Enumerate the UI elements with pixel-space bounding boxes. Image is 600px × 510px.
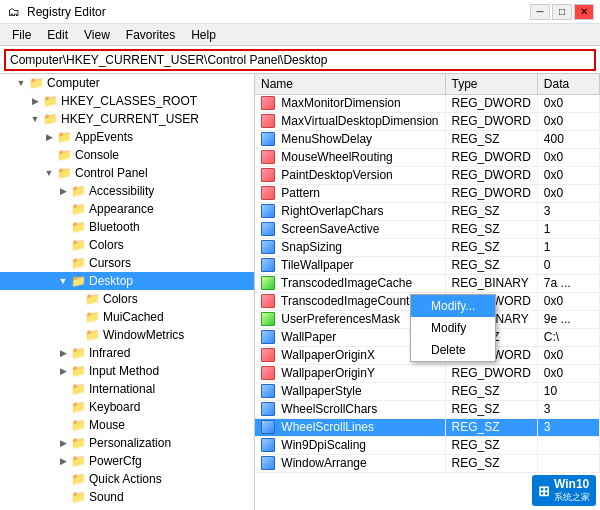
reg-data-cell xyxy=(537,436,599,454)
reg-type-icon xyxy=(261,114,275,128)
tree-node-personalization[interactable]: ▶📁Personalization xyxy=(0,434,254,452)
reg-data-cell: 0x0 xyxy=(537,364,599,382)
menu-view[interactable]: View xyxy=(76,26,118,44)
tree-node-keyboard[interactable]: 📁Keyboard xyxy=(0,398,254,416)
reg-data-cell: 10 xyxy=(537,382,599,400)
expand-icon-appearance xyxy=(56,202,70,216)
tree-node-console[interactable]: 📁Console xyxy=(0,146,254,164)
folder-icon-computer: 📁 xyxy=(28,75,44,91)
table-row[interactable]: RightOverlapCharsREG_SZ3 xyxy=(255,202,600,220)
tree-node-desktop_colors[interactable]: 📁Colors xyxy=(0,290,254,308)
tree-node-windowmetrics[interactable]: 📁WindowMetrics xyxy=(0,326,254,344)
col-data: Data xyxy=(537,74,599,94)
maximize-button[interactable]: □ xyxy=(552,4,572,20)
minimize-button[interactable]: ─ xyxy=(530,4,550,20)
reg-name-cell: WallpaperStyle xyxy=(255,382,445,400)
expand-icon-muicached xyxy=(70,310,84,324)
menu-favorites[interactable]: Favorites xyxy=(118,26,183,44)
tree-node-desktop[interactable]: ▼📁Desktop xyxy=(0,272,254,290)
table-row[interactable]: MouseWheelRoutingREG_DWORD0x0 xyxy=(255,148,600,166)
address-input[interactable] xyxy=(4,49,596,71)
reg-name-text: WallpaperOriginX xyxy=(278,348,375,362)
expand-icon-infrared[interactable]: ▶ xyxy=(56,346,70,360)
table-row[interactable]: SnapSizingREG_SZ1 xyxy=(255,238,600,256)
tree-node-infrared[interactable]: ▶📁Infrared xyxy=(0,344,254,362)
table-row[interactable]: WindowArrangeREG_SZ xyxy=(255,454,600,472)
tree-node-accessibility[interactable]: ▶📁Accessibility xyxy=(0,182,254,200)
tree-node-colors[interactable]: 📁Colors xyxy=(0,236,254,254)
expand-icon-control_panel[interactable]: ▼ xyxy=(42,166,56,180)
expand-icon-appevents[interactable]: ▶ xyxy=(42,130,56,144)
expand-icon-powercfg[interactable]: ▶ xyxy=(56,454,70,468)
tree-node-appevents[interactable]: ▶📁AppEvents xyxy=(0,128,254,146)
reg-name-text: ScreenSaveActive xyxy=(278,222,379,236)
context-menu-item[interactable]: Delete xyxy=(411,339,495,361)
expand-icon-accessibility[interactable]: ▶ xyxy=(56,184,70,198)
reg-type-icon xyxy=(261,186,275,200)
table-row[interactable]: WallpaperOriginYREG_DWORD0x0 xyxy=(255,364,600,382)
tree-node-hkey_classes_root[interactable]: ▶📁HKEY_CLASSES_ROOT xyxy=(0,92,254,110)
expand-icon-hkey_current_user[interactable]: ▼ xyxy=(28,112,42,126)
tree-node-appearance[interactable]: 📁Appearance xyxy=(0,200,254,218)
table-row[interactable]: MaxMonitorDimensionREG_DWORD0x0 xyxy=(255,94,600,112)
expand-icon-desktop_colors xyxy=(70,292,84,306)
table-row[interactable]: MenuShowDelayREG_SZ400 xyxy=(255,130,600,148)
folder-icon-colors: 📁 xyxy=(70,237,86,253)
menu-help[interactable]: Help xyxy=(183,26,224,44)
tree-node-quick_actions[interactable]: 📁Quick Actions xyxy=(0,470,254,488)
reg-name-text: WallPaper xyxy=(278,330,336,344)
table-row[interactable]: PatternREG_DWORD0x0 xyxy=(255,184,600,202)
table-row[interactable]: Win9DpiScalingREG_SZ xyxy=(255,436,600,454)
table-row[interactable]: TileWallpaperREG_SZ0 xyxy=(255,256,600,274)
tree-node-muicached[interactable]: 📁MuiCached xyxy=(0,308,254,326)
tree-node-powercfg[interactable]: ▶📁PowerCfg xyxy=(0,452,254,470)
menu-edit[interactable]: Edit xyxy=(39,26,76,44)
tree-node-sound[interactable]: 📁Sound xyxy=(0,488,254,506)
expand-icon-personalization[interactable]: ▶ xyxy=(56,436,70,450)
table-row[interactable]: WheelScrollLinesREG_SZ3 xyxy=(255,418,600,436)
folder-icon-appevents: 📁 xyxy=(56,129,72,145)
expand-icon-input_method[interactable]: ▶ xyxy=(56,364,70,378)
table-row[interactable]: PaintDesktopVersionREG_DWORD0x0 xyxy=(255,166,600,184)
reg-name-text: PaintDesktopVersion xyxy=(278,168,393,182)
menu-file[interactable]: File xyxy=(4,26,39,44)
reg-type-icon xyxy=(261,132,275,146)
tree-node-computer[interactable]: ▼📁Computer xyxy=(0,74,254,92)
registry-scroll[interactable]: Name Type Data MaxMonitorDimensionREG_DW… xyxy=(255,74,600,510)
reg-type-cell: REG_DWORD xyxy=(445,148,537,166)
tree-node-input_method[interactable]: ▶📁Input Method xyxy=(0,362,254,380)
reg-name-cell: MouseWheelRouting xyxy=(255,148,445,166)
reg-type-icon xyxy=(261,204,275,218)
reg-name-text: MouseWheelRouting xyxy=(278,150,393,164)
reg-data-cell: 0x0 xyxy=(537,94,599,112)
context-menu-item[interactable]: Modify... xyxy=(411,295,495,317)
registry-table: Name Type Data MaxMonitorDimensionREG_DW… xyxy=(255,74,600,473)
close-button[interactable]: ✕ xyxy=(574,4,594,20)
expand-icon-computer[interactable]: ▼ xyxy=(14,76,28,90)
folder-icon-infrared: 📁 xyxy=(70,345,86,361)
reg-name-text: UserPreferencesMask xyxy=(278,312,400,326)
tree-node-control_panel[interactable]: ▼📁Control Panel xyxy=(0,164,254,182)
reg-type-icon xyxy=(261,420,275,434)
tree-scroll[interactable]: ▼📁Computer▶📁HKEY_CLASSES_ROOT▼📁HKEY_CURR… xyxy=(0,74,254,510)
tree-node-hkey_current_user[interactable]: ▼📁HKEY_CURRENT_USER xyxy=(0,110,254,128)
table-row[interactable]: TranscodedImageCacheREG_BINARY7a ... xyxy=(255,274,600,292)
expand-icon-windowmetrics xyxy=(70,328,84,342)
reg-type-cell: REG_BINARY xyxy=(445,274,537,292)
expand-icon-hkey_classes_root[interactable]: ▶ xyxy=(28,94,42,108)
tree-node-international[interactable]: 📁International xyxy=(0,380,254,398)
reg-data-cell: 3 xyxy=(537,202,599,220)
table-row[interactable]: ScreenSaveActiveREG_SZ1 xyxy=(255,220,600,238)
context-menu-item[interactable]: Modify xyxy=(411,317,495,339)
expand-icon-desktop[interactable]: ▼ xyxy=(56,274,70,288)
folder-icon-international: 📁 xyxy=(70,381,86,397)
tree-node-mouse[interactable]: 📁Mouse xyxy=(0,416,254,434)
table-row[interactable]: MaxVirtualDesktopDimensionREG_DWORD0x0 xyxy=(255,112,600,130)
table-row[interactable]: WallpaperStyleREG_SZ10 xyxy=(255,382,600,400)
node-label-bluetooth: Bluetooth xyxy=(89,220,140,234)
node-label-appearance: Appearance xyxy=(89,202,154,216)
tree-node-bluetooth[interactable]: 📁Bluetooth xyxy=(0,218,254,236)
tree-node-cursors[interactable]: 📁Cursors xyxy=(0,254,254,272)
table-row[interactable]: WheelScrollCharsREG_SZ3 xyxy=(255,400,600,418)
reg-data-cell: 7a ... xyxy=(537,274,599,292)
